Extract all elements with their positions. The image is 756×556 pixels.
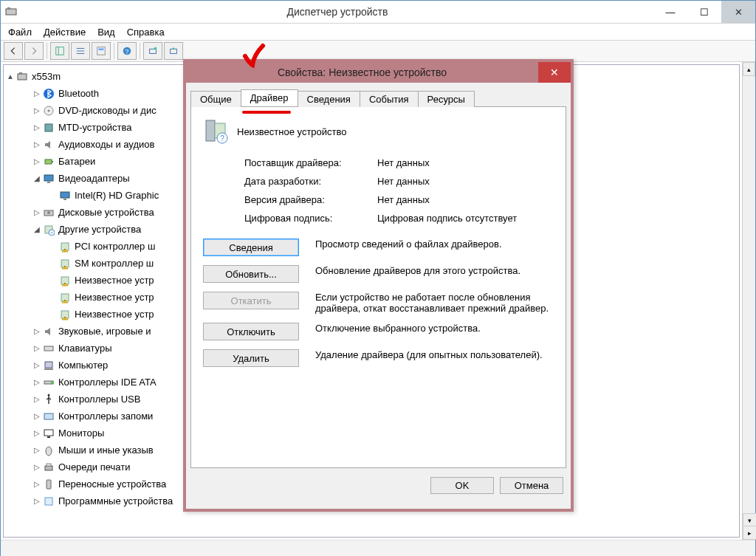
action-description: Удаление драйвера (для опытных пользоват…: [315, 349, 554, 360]
forward-button[interactable]: [24, 42, 44, 60]
svg-rect-54: [45, 498, 52, 505]
menu-action[interactable]: Действие: [44, 27, 86, 38]
titlebar: Диспетчер устройств — ☐ ✕: [1, 1, 755, 24]
warn-icon: !: [58, 274, 72, 287]
update-driver-button[interactable]: [164, 42, 183, 60]
svg-rect-19: [45, 124, 52, 131]
tree-item-label: Другие устройства: [58, 221, 141, 238]
expand-arrow[interactable]: ▷: [32, 442, 42, 459]
expand-arrow[interactable]: ▷: [32, 459, 42, 476]
vertical-scrollbar[interactable]: ▴ ▾ ▸: [742, 62, 755, 540]
expand-arrow[interactable]: ▷: [32, 323, 42, 340]
dialog-close-button[interactable]: ✕: [538, 62, 571, 83]
expand-arrow[interactable]: ▷: [32, 102, 42, 119]
printer-icon: [42, 461, 55, 474]
svg-rect-7: [97, 47, 106, 55]
view-list-button[interactable]: [71, 42, 90, 60]
scroll-right-button[interactable]: ▸: [743, 526, 756, 540]
menu-file[interactable]: Файл: [8, 27, 32, 38]
action-button-Отключить[interactable]: Отключить: [203, 323, 299, 340]
audio-icon: [42, 138, 55, 151]
svg-text:!: !: [64, 248, 65, 253]
expand-arrow[interactable]: ▷: [32, 85, 42, 102]
svg-text:?: ?: [220, 134, 224, 143]
back-button[interactable]: [4, 42, 23, 60]
expand-arrow[interactable]: ▷: [32, 492, 42, 509]
action-button-Обновить...[interactable]: Обновить...: [203, 265, 299, 283]
tree-item-label: Очереди печати: [58, 459, 131, 476]
tree-item-label: Аудиовходы и аудиов: [58, 136, 154, 153]
svg-rect-15: [19, 72, 22, 75]
action-description: Если устройство не работает после обновл…: [315, 292, 554, 314]
expand-arrow[interactable]: ▷: [32, 357, 42, 374]
menu-help[interactable]: Справка: [127, 27, 165, 38]
svg-text:!: !: [64, 265, 65, 270]
info-value: Нет данных: [377, 157, 554, 168]
tab-Сведения[interactable]: Сведения: [298, 91, 360, 107]
tree-item-label: Дисковые устройства: [58, 204, 154, 221]
tree-item-label: Контроллеры IDE ATA: [58, 374, 157, 391]
chip-icon: [42, 121, 55, 134]
view-tree-button[interactable]: [50, 42, 69, 60]
tree-root-label[interactable]: x553m: [32, 68, 61, 85]
tab-Драйвер[interactable]: Драйвер: [241, 89, 298, 106]
tree-item-label: Звуковые, игровые и: [58, 323, 151, 340]
action-button-Удалить[interactable]: Удалить: [203, 349, 299, 367]
expand-arrow[interactable]: ▷: [32, 204, 42, 221]
tree-item-label: Батареи: [58, 153, 95, 170]
svg-rect-14: [18, 74, 27, 80]
expand-arrow[interactable]: ▷: [32, 340, 42, 357]
warn-icon: !: [58, 291, 72, 304]
expand-arrow[interactable]: ▷: [32, 476, 42, 492]
svg-rect-52: [47, 464, 51, 466]
expand-arrow[interactable]: ◢: [32, 170, 42, 187]
svg-rect-21: [52, 161, 53, 162]
minimize-button[interactable]: —: [653, 1, 687, 23]
info-label: Поставщик драйвера:: [203, 157, 377, 168]
expand-arrow[interactable]: ▷: [32, 136, 42, 153]
svg-point-12: [154, 47, 157, 50]
svg-rect-13: [171, 49, 177, 53]
app-icon: [1, 6, 21, 18]
tab-Общие[interactable]: Общие: [190, 91, 241, 107]
svg-rect-43: [44, 368, 53, 370]
info-row: Версия драйвера:Нет данных: [203, 194, 554, 205]
ok-button[interactable]: OK: [430, 477, 494, 494]
tree-item-label: MTD-устройства: [58, 119, 131, 136]
expand-arrow[interactable]: ▷: [32, 425, 42, 442]
info-row: Поставщик драйвера:Нет данных: [203, 157, 554, 168]
tree-item-label: SM контроллер ш: [75, 255, 154, 272]
computer-icon: [42, 359, 55, 372]
scroll-up-button[interactable]: ▴: [743, 62, 755, 76]
storage-icon: [42, 410, 55, 423]
tree-item-label: PCI контроллер ш: [75, 238, 155, 255]
help-button[interactable]: ?: [117, 42, 137, 60]
action-description: Обновление драйверов для этого устройств…: [315, 265, 554, 276]
expand-arrow[interactable]: ▷: [32, 391, 42, 408]
close-button[interactable]: ✕: [721, 1, 755, 23]
expand-arrow[interactable]: ▷: [32, 119, 42, 136]
svg-text:!: !: [64, 299, 65, 303]
expand-arrow[interactable]: ◢: [32, 221, 42, 238]
action-row: УдалитьУдаление драйвера (для опытных по…: [203, 349, 554, 367]
menu-view[interactable]: Вид: [97, 27, 115, 38]
maximize-button[interactable]: ☐: [687, 1, 721, 23]
action-button-Откатить[interactable]: Откатить: [203, 292, 299, 309]
scan-button[interactable]: [143, 42, 162, 60]
svg-rect-42: [45, 362, 52, 368]
tab-Ресурсы[interactable]: Ресурсы: [418, 91, 475, 107]
software-icon: [42, 495, 55, 508]
action-button-Сведения[interactable]: Сведения: [203, 238, 299, 256]
expand-arrow[interactable]: ▷: [32, 408, 42, 425]
display-icon: [42, 172, 55, 185]
action-row: ОтключитьОтключение выбранного устройств…: [203, 323, 554, 340]
expand-arrow[interactable]: ▷: [32, 374, 42, 391]
cancel-button[interactable]: Отмена: [500, 477, 563, 494]
audio-icon: [42, 325, 55, 338]
tab-События[interactable]: События: [360, 91, 419, 107]
expand-arrow[interactable]: ▷: [32, 153, 42, 170]
properties-button[interactable]: [92, 42, 111, 60]
action-row: Обновить...Обновление драйверов для этог…: [203, 265, 554, 283]
tree-item-label: Неизвестное устр: [75, 289, 154, 306]
info-label: Цифровая подпись:: [203, 213, 377, 224]
